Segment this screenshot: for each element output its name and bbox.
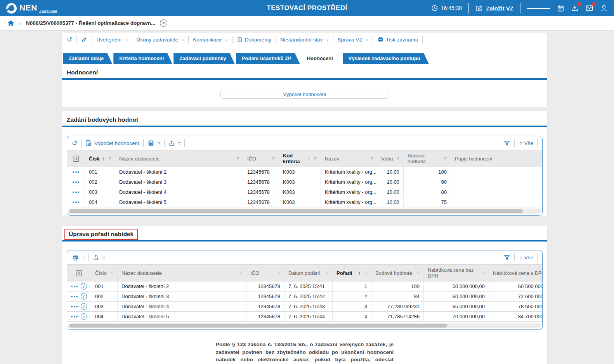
tab-kriteria-hodnoceni[interactable]: Kritéria hodnocení <box>113 53 172 64</box>
column-header-bodov-hodnota[interactable]: Bodová hodnota▽ <box>371 265 424 281</box>
cell-po-ad-: 4 <box>333 312 371 321</box>
filter-scope-select[interactable]: ▽Vše <box>519 255 533 260</box>
column-header-i-o[interactable]: IČO▽ <box>243 150 279 167</box>
print-menu[interactable]: ▽ <box>147 140 160 147</box>
row-menu-icon[interactable] <box>71 296 78 297</box>
table-row[interactable]: i003Dodavatel - školení 4123456787. 6. 2… <box>67 302 543 312</box>
column-header--slo[interactable]: Číslo▽ <box>91 265 118 281</box>
cell-i-o: 12345678 <box>243 187 279 197</box>
calendar-icon[interactable] <box>557 5 564 12</box>
table-row[interactable]: 002Dodavatel - školení 312345678K003Krit… <box>67 177 542 187</box>
row-menu-icon[interactable] <box>71 306 78 307</box>
column-header-k-d-krit-ria[interactable]: Kód kritéria↑▽ <box>279 150 321 167</box>
toolbar-item-nestandardni-stav[interactable]: Nestandardní stav▽ <box>280 37 329 43</box>
row-menu-icon[interactable] <box>73 171 79 173</box>
column-header-bodov-hodnota[interactable]: Bodová hodnota▽ <box>404 150 451 167</box>
column-header-nab-dkov-cena-bez-dph[interactable]: Nabídková cena bez DPH▽ <box>424 265 489 281</box>
toolbar-item-tisk-zaznamu[interactable]: Tisk záznamu <box>377 36 418 43</box>
close-icon[interactable]: ✕ <box>160 19 167 27</box>
tab-hodnoceni[interactable]: Hodnocení <box>301 53 342 64</box>
cell-bodov-hodnota: 100 <box>404 167 451 177</box>
column-header-i-o[interactable]: IČO▽ <box>246 265 284 281</box>
column-header-nab-dkov-cena-s-dph[interactable]: Nabídková cena s DPH▽ <box>489 265 543 281</box>
toolbar-item-ukony-zadavatele[interactable]: Úkony zadavatele▽ <box>137 37 184 43</box>
cell-v-ha: 10,00 <box>377 197 404 207</box>
column-filter-icon[interactable]: ▽ <box>314 156 317 162</box>
table-row[interactable]: i004Dodavatel - školení 5123456787. 6. 2… <box>67 312 543 322</box>
vypocet-hodnoceni-button[interactable]: Výpočet hodnocení <box>220 90 389 99</box>
table-row[interactable]: 004Dodavatel - školení 512345678K003Krit… <box>67 197 542 207</box>
refresh-icon[interactable]: ↺ <box>72 140 77 147</box>
export-menu[interactable]: ▽ <box>93 254 105 261</box>
row-info-icon[interactable]: i <box>81 283 87 290</box>
edit-record-icon[interactable] <box>81 36 87 43</box>
print-menu[interactable]: ▽ <box>72 254 85 261</box>
toolbar-item-uverejneni[interactable]: Uveřejnění▽ <box>96 37 127 43</box>
breadcrumb-item[interactable]: N006/25/V00005377 - Řešení optimalizace … <box>26 20 155 26</box>
horizontal-scrollbar[interactable] <box>68 323 541 328</box>
column-filter-icon[interactable]: ▽ <box>326 270 328 276</box>
export-menu[interactable]: ▽ <box>168 140 180 147</box>
column-header--slo[interactable]: Číslo↑▽ <box>85 150 115 167</box>
column-filter-icon[interactable]: ▽ <box>236 156 239 162</box>
tab-vysledek-zadavaciho-postupu[interactable]: Výsledek zadávacího postupu <box>343 53 429 64</box>
row-menu-icon[interactable] <box>73 191 79 193</box>
row-menu-icon[interactable] <box>71 286 78 287</box>
horizontal-scrollbar-thumb[interactable] <box>69 324 447 328</box>
column-settings-icon[interactable] <box>67 265 91 281</box>
table-row[interactable]: 001Dodavatel - školení 212345678K003Krit… <box>67 167 542 177</box>
filter-scope-select[interactable]: ▽Vše <box>519 140 533 146</box>
row-menu-icon[interactable] <box>73 202 79 203</box>
tab-zakladni-udaje[interactable]: Základní údaje <box>63 53 112 64</box>
horizontal-scrollbar-thumb[interactable] <box>69 209 523 213</box>
column-settings-icon[interactable] <box>67 150 85 167</box>
tab-podani-ucastniku-zp[interactable]: Podání účastníků ZP <box>236 53 300 64</box>
column-filter-icon[interactable]: ▽ <box>111 270 113 276</box>
mail-icon[interactable] <box>585 4 593 12</box>
column-filter-icon[interactable]: ▽ <box>482 270 485 276</box>
column-header-popis-hodnocen-[interactable]: Popis hodnocení <box>451 150 542 167</box>
horizontal-scrollbar[interactable] <box>68 209 541 214</box>
filter-icon[interactable] <box>503 140 510 147</box>
column-filter-icon[interactable]: ▽ <box>397 156 399 162</box>
column-filter-icon[interactable]: ▽ <box>108 156 111 162</box>
column-filter-icon[interactable]: ▽ <box>364 270 367 276</box>
cell-po-ad-: 1 <box>333 281 371 291</box>
vypocet-hodnoceni-action[interactable]: Výpočet hodnocení <box>85 140 139 147</box>
user-profile-icon[interactable] <box>600 4 608 12</box>
column-filter-icon[interactable]: ▽ <box>444 156 447 162</box>
menu-icon[interactable] <box>527 7 550 10</box>
cell-bodov-hodnota: 77,230769231 <box>371 302 424 311</box>
row-menu-icon[interactable] <box>73 181 79 183</box>
tab-zadavaci-podminky[interactable]: Zadávací podmínky <box>173 53 235 64</box>
home-icon[interactable] <box>7 19 15 27</box>
row-menu-icon[interactable] <box>71 316 78 317</box>
table-row[interactable]: i001Dodavatel - školení 2123456787. 6. 2… <box>67 281 543 292</box>
column-filter-icon[interactable]: ▽ <box>417 270 420 276</box>
column-header-po-ad-[interactable]: Pořadí↑▽ <box>333 265 371 281</box>
table-row[interactable]: 003Dodavatel - školení 412345678K003Krit… <box>67 187 542 197</box>
create-vz-button[interactable]: Založit VZ <box>475 5 513 12</box>
column-header-n-zev[interactable]: Název▽ <box>321 150 377 167</box>
table-bodove-hodnoty: Číslo↑▽Název dodavatele▽IČO▽Kód kritéria… <box>67 150 542 207</box>
refresh-icon[interactable]: ↺ <box>67 36 72 43</box>
row-info-icon[interactable]: i <box>81 313 87 320</box>
column-filter-icon[interactable]: ▽ <box>370 156 373 162</box>
row-info-icon[interactable]: i <box>81 303 87 310</box>
column-filter-icon[interactable]: ▽ <box>239 270 242 276</box>
toolbar-item-komunikace[interactable]: Komunikace▽ <box>193 37 227 43</box>
column-header-n-zev-dodavatele[interactable]: Název dodavatele▽ <box>118 265 246 281</box>
column-filter-icon[interactable]: ▽ <box>272 156 275 162</box>
column-header-v-ha[interactable]: Váha▽ <box>377 150 404 167</box>
inbox-download-icon[interactable] <box>571 4 579 12</box>
legal-note: Podle § 123 zákona č. 134/2016 Sb., o za… <box>216 341 394 364</box>
table-row[interactable]: i002Dodavatel - školení 3123456787. 6. 2… <box>67 292 543 302</box>
column-filter-icon[interactable]: ▽ <box>278 270 280 276</box>
row-info-icon[interactable]: i <box>81 293 87 300</box>
column-header-n-zev-dodavatele[interactable]: Název dodavatele▽ <box>115 150 243 167</box>
column-header-datum-pod-n-[interactable]: Datum podání▽ <box>284 265 333 281</box>
toolbar-item-dokumenty[interactable]: Dokumenty <box>237 36 271 43</box>
nen-logo[interactable]: NEN Zadavatel <box>6 3 57 14</box>
filter-icon[interactable] <box>503 254 510 261</box>
toolbar-item-sprava-vz[interactable]: Správa VZ▽ <box>338 37 368 43</box>
